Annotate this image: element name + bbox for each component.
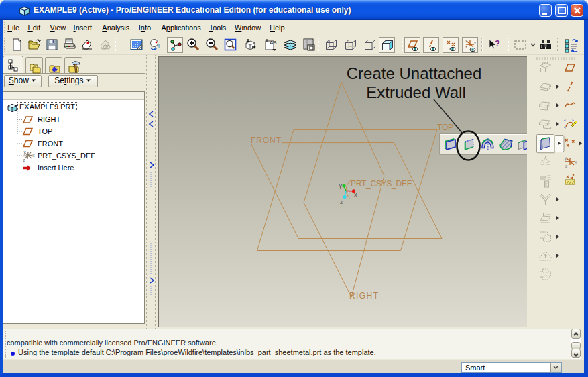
svg-text:FRONT: FRONT: [251, 136, 282, 145]
svg-text:PRT_CSYS_DEF: PRT_CSYS_DEF: [351, 179, 412, 188]
svg-text:Extruded Wall: Extruded Wall: [366, 83, 466, 101]
svg-text:z: z: [340, 199, 343, 205]
svg-text:x: x: [33, 153, 36, 158]
svg-text:z: z: [465, 45, 467, 49]
svg-text:Create Unattached: Create Unattached: [347, 64, 481, 83]
svg-text:?: ?: [495, 38, 500, 48]
svg-text:z: z: [565, 164, 567, 168]
svg-text:x: x: [575, 160, 577, 164]
svg-text:x: x: [474, 41, 476, 45]
svg-text:AB: AB: [270, 40, 277, 46]
svg-text:y: y: [339, 182, 343, 189]
svg-text:x: x: [354, 191, 357, 198]
svg-text:TOP: TOP: [437, 123, 453, 132]
svg-text:RIGHT: RIGHT: [349, 291, 379, 301]
svg-text:y: y: [465, 38, 467, 42]
svg-text:z: z: [23, 158, 25, 162]
